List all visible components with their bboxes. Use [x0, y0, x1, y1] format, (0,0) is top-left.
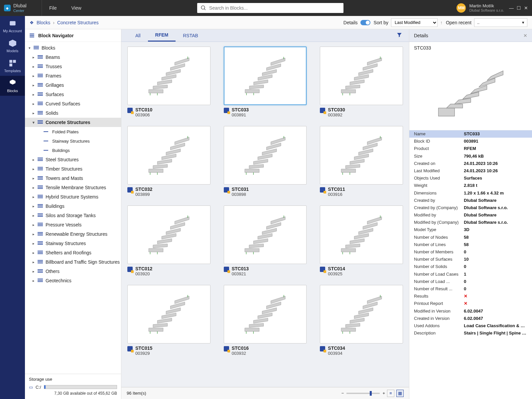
block-card[interactable]: STC011003916: [320, 126, 403, 197]
card-thumbnail[interactable]: [224, 205, 307, 264]
tree-item[interactable]: ▸Curved Surfaces: [25, 99, 121, 108]
card-thumbnail[interactable]: [127, 47, 210, 105]
details-row: Modified by (Company)Dlubal Software s.r…: [409, 219, 532, 226]
tree-item[interactable]: ▸Billboard and Traffic Sign Structures: [25, 257, 121, 267]
tree-item[interactable]: ▸Steel Structures: [25, 155, 121, 164]
templates-icon: [8, 59, 17, 67]
tree-item[interactable]: ▸Shelters and Roofings: [25, 248, 121, 257]
svg-marker-69: [149, 249, 163, 252]
tree-item[interactable]: ▸Grillages: [25, 80, 121, 90]
card-thumbnail[interactable]: [127, 205, 210, 264]
svg-marker-25: [271, 58, 285, 66]
block-card[interactable]: STC030003892: [320, 47, 403, 117]
card-name: STC016: [232, 345, 249, 351]
tree-item[interactable]: ▸Renewable Energy Structures: [25, 229, 121, 239]
gallery-scroll[interactable]: STC010003906STC033003891STC030003892STC0…: [121, 42, 409, 387]
zoom-out-icon[interactable]: −: [341, 391, 344, 396]
tree-item[interactable]: ▸Others: [25, 267, 121, 276]
details-value: RFEM: [464, 146, 527, 152]
navigator-tree[interactable]: ▾Blocks▸Beams▸Trusses▸Frames▸Grillages▸S…: [25, 42, 121, 374]
tree-item[interactable]: ▸Trusses: [25, 62, 121, 71]
card-thumbnail[interactable]: [224, 47, 307, 105]
card-thumbnail[interactable]: [320, 126, 403, 185]
user-info[interactable]: MM Martin Motlík Dlubal Software s.r.o.: [452, 3, 509, 13]
zoom-in-icon[interactable]: +: [382, 391, 385, 396]
maximize-icon[interactable]: ☐: [516, 5, 521, 11]
block-card[interactable]: STC034003934: [320, 285, 403, 356]
sidenav-blocks[interactable]: Blocks: [0, 76, 25, 96]
tree-item[interactable]: ▸Timber Structures: [25, 164, 121, 174]
window-controls: — ☐ ✕: [509, 5, 532, 11]
details-value: 790,46 kB: [464, 153, 527, 159]
tab-rfem[interactable]: RFEM: [148, 29, 176, 42]
sort-select[interactable]: Last Modified: [391, 18, 438, 27]
svg-marker-49: [245, 169, 259, 173]
tree-item[interactable]: ▸Buildings: [25, 201, 121, 211]
tree-item[interactable]: ▸Stairway Structures: [25, 239, 121, 248]
tab-all[interactable]: All: [128, 29, 148, 42]
details-value: 1: [464, 271, 527, 277]
account-icon: [8, 19, 17, 28]
block-card[interactable]: STC013003921: [224, 205, 307, 276]
search-box[interactable]: [197, 3, 343, 13]
tree-item[interactable]: ▸Towers and Masts: [25, 174, 121, 183]
tree-item[interactable]: ▸Solids: [25, 108, 121, 118]
menu-file[interactable]: File: [42, 0, 64, 16]
sort-direction-icon[interactable]: ↑: [440, 20, 443, 25]
svg-rect-5: [9, 64, 12, 66]
close-icon[interactable]: ✕: [523, 5, 529, 11]
card-thumbnail[interactable]: [224, 126, 307, 185]
tree-item[interactable]: ▸Pressure Vessels: [25, 220, 121, 229]
block-card[interactable]: STC012003920: [127, 205, 210, 276]
tree-item[interactable]: ▸Tensile Membrane Structures: [25, 183, 121, 192]
zoom-slider[interactable]: − +: [341, 391, 385, 396]
tree-item[interactable]: ▸Surfaces: [25, 90, 121, 99]
tab-rstab[interactable]: RSTAB: [176, 29, 205, 42]
block-card[interactable]: STC032003899: [127, 126, 210, 197]
menu-view[interactable]: View: [64, 0, 89, 16]
tree-item[interactable]: ▸Beams: [25, 53, 121, 62]
card-thumbnail[interactable]: [127, 285, 210, 343]
card-thumbnail[interactable]: [320, 285, 403, 343]
tree-root[interactable]: ▾Blocks: [25, 43, 121, 53]
details-value: 24.01.2023 10:26: [464, 161, 527, 167]
svg-marker-20: [249, 85, 264, 89]
tree-subitem[interactable]: Buildings: [25, 146, 121, 155]
card-thumbnail[interactable]: [320, 205, 403, 264]
card-thumbnail[interactable]: [224, 285, 307, 343]
block-card[interactable]: STC015003929: [127, 285, 210, 356]
tree-item[interactable]: ▾Concrete Structures: [25, 118, 121, 127]
close-icon[interactable]: ✕: [523, 33, 527, 38]
open-recent-select[interactable]: .. ▾: [474, 18, 527, 27]
tree-item[interactable]: ▸Frames: [25, 71, 121, 80]
block-card[interactable]: STC033003891: [224, 47, 307, 117]
view-list-icon[interactable]: ≡: [387, 390, 394, 397]
filter-icon[interactable]: [396, 32, 402, 39]
side-nav: My Account Models Templates Blocks: [0, 16, 25, 399]
tree-subitem[interactable]: Folded Plates: [25, 127, 121, 136]
view-grid-icon[interactable]: ▦: [396, 390, 404, 397]
tree-item[interactable]: ▸Silos and Storage Tanks: [25, 211, 121, 220]
tree-subitem[interactable]: Stairway Structures: [25, 136, 121, 146]
details-key: Number of Result ...: [414, 286, 464, 292]
block-card[interactable]: STC010003906: [127, 47, 210, 117]
toggle-switch-icon[interactable]: [360, 20, 370, 25]
card-thumbnail[interactable]: [320, 47, 403, 105]
tree-item[interactable]: ▸Geotechnics: [25, 276, 121, 285]
details-value: Dlubal Software: [464, 198, 527, 203]
block-card[interactable]: STC031003898: [224, 126, 307, 197]
card-thumbnail[interactable]: [127, 126, 210, 185]
sidenav-templates[interactable]: Templates: [0, 56, 25, 76]
crumb-1[interactable]: Blocks: [37, 20, 50, 25]
details-value: 3D: [464, 227, 527, 233]
tree-item[interactable]: ▸Hybrid Structure Systems: [25, 192, 121, 201]
sidenav-my-account[interactable]: My Account: [0, 16, 25, 36]
minimize-icon[interactable]: —: [509, 5, 514, 11]
details-toggle[interactable]: Details: [343, 20, 370, 25]
card-name: STC032: [135, 187, 152, 192]
block-card[interactable]: STC014003925: [320, 205, 403, 276]
block-card[interactable]: STC016003932: [224, 285, 307, 356]
search-input[interactable]: [209, 5, 340, 11]
sidenav-models[interactable]: Models: [0, 36, 25, 56]
crumb-2[interactable]: Concrete Structures: [57, 20, 99, 25]
